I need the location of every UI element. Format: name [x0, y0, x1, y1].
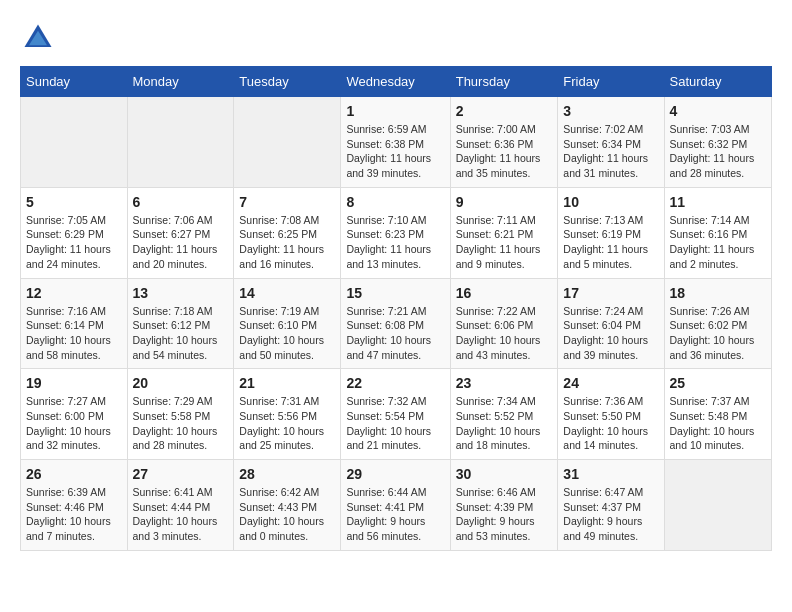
- day-info: Sunrise: 6:46 AM Sunset: 4:39 PM Dayligh…: [456, 485, 553, 544]
- calendar-cell: 19Sunrise: 7:27 AM Sunset: 6:00 PM Dayli…: [21, 369, 128, 460]
- calendar-cell: 6Sunrise: 7:06 AM Sunset: 6:27 PM Daylig…: [127, 187, 234, 278]
- day-info: Sunrise: 7:18 AM Sunset: 6:12 PM Dayligh…: [133, 304, 229, 363]
- day-number: 25: [670, 375, 766, 391]
- calendar-cell: [234, 97, 341, 188]
- day-info: Sunrise: 7:24 AM Sunset: 6:04 PM Dayligh…: [563, 304, 658, 363]
- day-number: 26: [26, 466, 122, 482]
- day-number: 18: [670, 285, 766, 301]
- day-number: 10: [563, 194, 658, 210]
- day-number: 16: [456, 285, 553, 301]
- calendar-cell: 21Sunrise: 7:31 AM Sunset: 5:56 PM Dayli…: [234, 369, 341, 460]
- day-info: Sunrise: 7:32 AM Sunset: 5:54 PM Dayligh…: [346, 394, 444, 453]
- calendar-cell: 28Sunrise: 6:42 AM Sunset: 4:43 PM Dayli…: [234, 460, 341, 551]
- calendar-cell: 11Sunrise: 7:14 AM Sunset: 6:16 PM Dayli…: [664, 187, 771, 278]
- logo-icon: [20, 20, 56, 56]
- day-info: Sunrise: 7:14 AM Sunset: 6:16 PM Dayligh…: [670, 213, 766, 272]
- day-info: Sunrise: 7:29 AM Sunset: 5:58 PM Dayligh…: [133, 394, 229, 453]
- day-number: 5: [26, 194, 122, 210]
- day-number: 30: [456, 466, 553, 482]
- calendar-cell: 27Sunrise: 6:41 AM Sunset: 4:44 PM Dayli…: [127, 460, 234, 551]
- day-info: Sunrise: 7:19 AM Sunset: 6:10 PM Dayligh…: [239, 304, 335, 363]
- day-info: Sunrise: 6:41 AM Sunset: 4:44 PM Dayligh…: [133, 485, 229, 544]
- column-header-monday: Monday: [127, 67, 234, 97]
- day-info: Sunrise: 7:16 AM Sunset: 6:14 PM Dayligh…: [26, 304, 122, 363]
- calendar-cell: 29Sunrise: 6:44 AM Sunset: 4:41 PM Dayli…: [341, 460, 450, 551]
- day-number: 31: [563, 466, 658, 482]
- day-info: Sunrise: 6:39 AM Sunset: 4:46 PM Dayligh…: [26, 485, 122, 544]
- day-info: Sunrise: 7:31 AM Sunset: 5:56 PM Dayligh…: [239, 394, 335, 453]
- calendar-week-row: 5Sunrise: 7:05 AM Sunset: 6:29 PM Daylig…: [21, 187, 772, 278]
- calendar-cell: 7Sunrise: 7:08 AM Sunset: 6:25 PM Daylig…: [234, 187, 341, 278]
- calendar-cell: 30Sunrise: 6:46 AM Sunset: 4:39 PM Dayli…: [450, 460, 558, 551]
- day-info: Sunrise: 7:37 AM Sunset: 5:48 PM Dayligh…: [670, 394, 766, 453]
- calendar-week-row: 26Sunrise: 6:39 AM Sunset: 4:46 PM Dayli…: [21, 460, 772, 551]
- calendar-cell: 14Sunrise: 7:19 AM Sunset: 6:10 PM Dayli…: [234, 278, 341, 369]
- calendar-cell: 22Sunrise: 7:32 AM Sunset: 5:54 PM Dayli…: [341, 369, 450, 460]
- column-header-thursday: Thursday: [450, 67, 558, 97]
- day-info: Sunrise: 7:34 AM Sunset: 5:52 PM Dayligh…: [456, 394, 553, 453]
- day-number: 27: [133, 466, 229, 482]
- day-number: 7: [239, 194, 335, 210]
- day-number: 15: [346, 285, 444, 301]
- day-number: 17: [563, 285, 658, 301]
- day-info: Sunrise: 7:10 AM Sunset: 6:23 PM Dayligh…: [346, 213, 444, 272]
- day-info: Sunrise: 7:03 AM Sunset: 6:32 PM Dayligh…: [670, 122, 766, 181]
- day-number: 28: [239, 466, 335, 482]
- day-number: 13: [133, 285, 229, 301]
- calendar-cell: 18Sunrise: 7:26 AM Sunset: 6:02 PM Dayli…: [664, 278, 771, 369]
- calendar-cell: 13Sunrise: 7:18 AM Sunset: 6:12 PM Dayli…: [127, 278, 234, 369]
- day-info: Sunrise: 7:06 AM Sunset: 6:27 PM Dayligh…: [133, 213, 229, 272]
- day-info: Sunrise: 7:11 AM Sunset: 6:21 PM Dayligh…: [456, 213, 553, 272]
- column-header-tuesday: Tuesday: [234, 67, 341, 97]
- day-number: 21: [239, 375, 335, 391]
- day-number: 6: [133, 194, 229, 210]
- day-info: Sunrise: 7:02 AM Sunset: 6:34 PM Dayligh…: [563, 122, 658, 181]
- calendar-week-row: 12Sunrise: 7:16 AM Sunset: 6:14 PM Dayli…: [21, 278, 772, 369]
- calendar-cell: 31Sunrise: 6:47 AM Sunset: 4:37 PM Dayli…: [558, 460, 664, 551]
- column-header-sunday: Sunday: [21, 67, 128, 97]
- calendar-cell: 24Sunrise: 7:36 AM Sunset: 5:50 PM Dayli…: [558, 369, 664, 460]
- day-number: 20: [133, 375, 229, 391]
- calendar-cell: 26Sunrise: 6:39 AM Sunset: 4:46 PM Dayli…: [21, 460, 128, 551]
- calendar-cell: 2Sunrise: 7:00 AM Sunset: 6:36 PM Daylig…: [450, 97, 558, 188]
- column-header-saturday: Saturday: [664, 67, 771, 97]
- column-header-wednesday: Wednesday: [341, 67, 450, 97]
- day-number: 8: [346, 194, 444, 210]
- calendar-cell: 15Sunrise: 7:21 AM Sunset: 6:08 PM Dayli…: [341, 278, 450, 369]
- day-number: 12: [26, 285, 122, 301]
- day-info: Sunrise: 6:42 AM Sunset: 4:43 PM Dayligh…: [239, 485, 335, 544]
- day-info: Sunrise: 7:21 AM Sunset: 6:08 PM Dayligh…: [346, 304, 444, 363]
- calendar-cell: 5Sunrise: 7:05 AM Sunset: 6:29 PM Daylig…: [21, 187, 128, 278]
- day-number: 19: [26, 375, 122, 391]
- day-number: 2: [456, 103, 553, 119]
- day-info: Sunrise: 7:26 AM Sunset: 6:02 PM Dayligh…: [670, 304, 766, 363]
- calendar-cell: 9Sunrise: 7:11 AM Sunset: 6:21 PM Daylig…: [450, 187, 558, 278]
- calendar-cell: 20Sunrise: 7:29 AM Sunset: 5:58 PM Dayli…: [127, 369, 234, 460]
- column-header-friday: Friday: [558, 67, 664, 97]
- day-info: Sunrise: 7:27 AM Sunset: 6:00 PM Dayligh…: [26, 394, 122, 453]
- calendar-cell: 23Sunrise: 7:34 AM Sunset: 5:52 PM Dayli…: [450, 369, 558, 460]
- calendar-cell: [127, 97, 234, 188]
- calendar-cell: 12Sunrise: 7:16 AM Sunset: 6:14 PM Dayli…: [21, 278, 128, 369]
- calendar-cell: 25Sunrise: 7:37 AM Sunset: 5:48 PM Dayli…: [664, 369, 771, 460]
- day-number: 29: [346, 466, 444, 482]
- day-info: Sunrise: 7:08 AM Sunset: 6:25 PM Dayligh…: [239, 213, 335, 272]
- day-info: Sunrise: 7:05 AM Sunset: 6:29 PM Dayligh…: [26, 213, 122, 272]
- calendar-week-row: 1Sunrise: 6:59 AM Sunset: 6:38 PM Daylig…: [21, 97, 772, 188]
- day-info: Sunrise: 6:44 AM Sunset: 4:41 PM Dayligh…: [346, 485, 444, 544]
- day-info: Sunrise: 7:36 AM Sunset: 5:50 PM Dayligh…: [563, 394, 658, 453]
- logo: [20, 20, 62, 56]
- day-number: 24: [563, 375, 658, 391]
- day-info: Sunrise: 7:00 AM Sunset: 6:36 PM Dayligh…: [456, 122, 553, 181]
- day-number: 23: [456, 375, 553, 391]
- calendar-cell: 16Sunrise: 7:22 AM Sunset: 6:06 PM Dayli…: [450, 278, 558, 369]
- calendar-cell: 1Sunrise: 6:59 AM Sunset: 6:38 PM Daylig…: [341, 97, 450, 188]
- calendar-cell: 3Sunrise: 7:02 AM Sunset: 6:34 PM Daylig…: [558, 97, 664, 188]
- day-number: 14: [239, 285, 335, 301]
- calendar-header-row: SundayMondayTuesdayWednesdayThursdayFrid…: [21, 67, 772, 97]
- day-info: Sunrise: 6:59 AM Sunset: 6:38 PM Dayligh…: [346, 122, 444, 181]
- calendar-week-row: 19Sunrise: 7:27 AM Sunset: 6:00 PM Dayli…: [21, 369, 772, 460]
- day-info: Sunrise: 6:47 AM Sunset: 4:37 PM Dayligh…: [563, 485, 658, 544]
- day-number: 11: [670, 194, 766, 210]
- day-number: 9: [456, 194, 553, 210]
